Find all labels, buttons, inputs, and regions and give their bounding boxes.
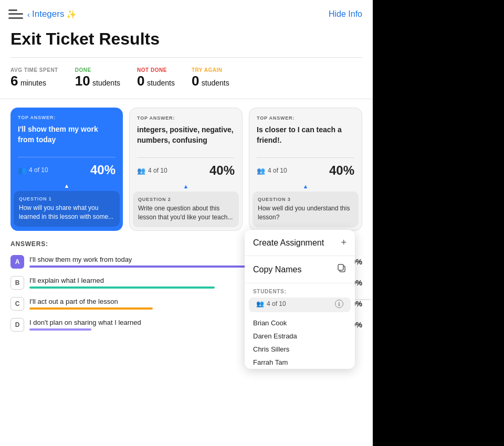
card-1-q-label: QUESTION 1 (19, 196, 114, 201)
card-1-top: TOP ANSWER: I'll show them my work from … (10, 108, 123, 157)
answer-card-1[interactable]: TOP ANSWER: I'll show them my work from … (10, 108, 123, 231)
stats-row: AVG TIME SPENT 6 minutes DONE 10 student… (0, 58, 373, 99)
card-2-count-text: 4 of 10 (148, 167, 167, 174)
info-icon[interactable]: ℹ (335, 300, 343, 308)
people-icon-3: 👥 (257, 167, 265, 175)
answer-bar-b (29, 286, 215, 289)
stat-not-done: NOT DONE 0 students (137, 67, 175, 89)
try-again-label: TRY AGAIN (192, 67, 229, 73)
card-3-q-text: How well did you understand this lesson? (258, 204, 353, 222)
not-done-label: NOT DONE (137, 67, 175, 73)
students-count-row: 👥 4 of 10 ℹ (249, 298, 351, 312)
copy-names-menu-item[interactable]: Copy Names (245, 256, 355, 283)
back-label: Integers (32, 9, 64, 19)
card-2-percent: 40% (209, 163, 235, 178)
answer-card-3[interactable]: TOP ANSWER: Is closer to I can teach a f… (249, 108, 362, 231)
student-name-4: Farrah Tam (245, 356, 355, 369)
done-label: DONE (75, 67, 120, 73)
card-3-footer: 👥 4 of 10 40% (249, 158, 362, 183)
hide-info-button[interactable]: Hide Info (329, 9, 362, 19)
card-1-top-text: I'll show them my work from today (18, 124, 116, 152)
card-3-q-label: QUESTION 3 (258, 197, 353, 202)
main-panel: ‹ Integers ✨ Hide Info Exit Ticket Resul… (0, 0, 373, 446)
popup-menu: Create Assignment + Copy Names STUDENTS:… (245, 230, 355, 369)
student-name-3: Chris Sillers (245, 343, 355, 356)
people-icon-2: 👥 (137, 167, 145, 175)
card-1-percent: 40% (90, 163, 116, 177)
stat-done: DONE 10 students (75, 67, 120, 89)
students-count-text: 4 of 10 (267, 300, 286, 307)
students-count-label: 👥 4 of 10 (256, 300, 286, 307)
card-2-question-section: QUESTION 2 Write one question about this… (133, 192, 239, 227)
plus-icon: + (341, 237, 346, 248)
avg-time-label: AVG TIME SPENT (10, 67, 58, 73)
card-3-chevron-icon: ▲ (249, 183, 362, 189)
answer-bar-a (29, 266, 276, 268)
card-3-top-text: Is closer to I can teach a friend!. (257, 125, 354, 152)
answer-letter-d: D (10, 318, 24, 332)
card-2-q-label: QUESTION 2 (138, 197, 234, 202)
answer-bar-c (29, 307, 153, 310)
copy-icon (337, 263, 346, 275)
not-done-value: 0 (137, 73, 144, 89)
students-people-icon: 👥 (256, 300, 264, 307)
card-3-percent: 40% (329, 163, 354, 178)
card-1-chevron-icon: ▲ (10, 183, 123, 189)
sidebar-toggle-icon[interactable] (8, 8, 23, 20)
copy-names-label: Copy Names (253, 265, 301, 274)
card-3-question-section: QUESTION 3 How well did you understand t… (253, 192, 359, 227)
card-1-question-section: QUESTION 1 How will you share what you l… (14, 191, 120, 227)
card-3-top-label: TOP ANSWER: (257, 115, 354, 121)
card-1-top-label: TOP ANSWER: (18, 115, 116, 120)
card-1-footer: 👥 4 of 10 40% (10, 157, 123, 183)
create-assignment-menu-item[interactable]: Create Assignment + (245, 230, 355, 256)
done-value: 10 (75, 73, 90, 89)
answer-letter-a: A (10, 255, 24, 269)
back-chevron-icon: ‹ (27, 10, 30, 19)
done-unit: students (92, 79, 120, 87)
card-2-count: 👥 4 of 10 (137, 167, 167, 175)
card-1-count: 👥 4 of 10 (18, 166, 48, 174)
cards-row: TOP ANSWER: I'll show them my work from … (0, 99, 373, 231)
card-2-chevron-icon: ▲ (130, 183, 242, 189)
card-2-footer: 👥 4 of 10 40% (130, 158, 242, 183)
people-icon-1: 👥 (18, 166, 26, 174)
student-name-1: Brian Cook (245, 316, 355, 330)
answer-bar-d (29, 328, 91, 331)
card-3-count: 👥 4 of 10 (257, 167, 287, 175)
stat-avg-time: AVG TIME SPENT 6 minutes (10, 67, 58, 89)
students-header: STUDENTS: (245, 283, 355, 298)
not-done-unit: students (147, 79, 175, 87)
student-name-2: Daren Estrada (245, 330, 355, 343)
try-again-value: 0 (192, 73, 199, 89)
popup-connector-line (355, 299, 371, 300)
nav-left: ‹ Integers ✨ (8, 8, 77, 20)
try-again-unit: students (202, 79, 229, 87)
card-1-count-text: 4 of 10 (29, 166, 48, 174)
create-assignment-label: Create Assignment (253, 238, 324, 248)
answer-letter-b: B (10, 276, 24, 290)
card-3-top: TOP ANSWER: Is closer to I can teach a f… (249, 108, 362, 157)
top-nav: ‹ Integers ✨ Hide Info (0, 0, 373, 25)
stat-try-again: TRY AGAIN 0 students (192, 67, 229, 89)
avg-time-value: 6 (10, 73, 18, 89)
avg-time-unit: minutes (20, 79, 46, 87)
svg-rect-1 (338, 264, 343, 270)
page-title: Exit Ticket Results (0, 25, 373, 57)
back-button[interactable]: ‹ Integers ✨ (27, 9, 77, 19)
answer-card-2[interactable]: TOP ANSWER: integers, positive, negative… (129, 108, 243, 231)
students-subpanel: STUDENTS: 👥 4 of 10 ℹ Brian Cook Daren E… (245, 283, 355, 369)
card-2-top-label: TOP ANSWER: (137, 115, 235, 121)
sparkle-icon: ✨ (66, 9, 77, 19)
card-3-count-text: 4 of 10 (268, 167, 287, 174)
card-2-top: TOP ANSWER: integers, positive, negative… (130, 108, 242, 157)
card-2-top-text: integers, positive, negative, numbers, c… (137, 125, 235, 152)
answer-letter-c: C (10, 297, 24, 311)
card-1-q-text: How will you share what you learned in t… (19, 204, 114, 221)
card-2-q-text: Write one question about this lesson tha… (138, 204, 234, 222)
